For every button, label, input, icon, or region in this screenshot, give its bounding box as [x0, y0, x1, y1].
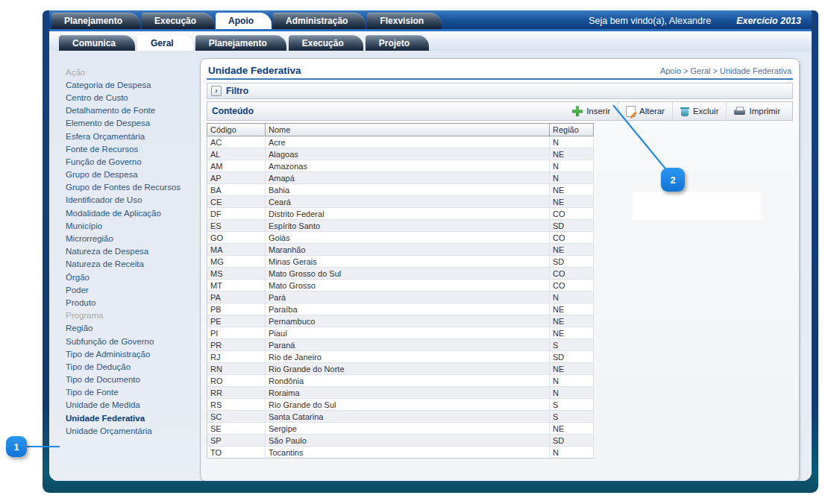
- cell-regiao: N: [550, 160, 594, 172]
- table-row[interactable]: MTMato GrossoCO: [207, 280, 594, 292]
- sidebar-item-microrregiao[interactable]: Microrregião: [66, 232, 197, 245]
- content-label: Conteúdo: [212, 106, 254, 116]
- subtab-comunica[interactable]: Comunica: [59, 35, 135, 51]
- insert-plus-icon: [572, 106, 583, 116]
- table-row[interactable]: RSRio Grande do SulS: [207, 399, 594, 411]
- sidebar-item-elemento-de-despesa[interactable]: Elemento de Despesa: [66, 117, 197, 130]
- sidebar-item-orgao[interactable]: Órgão: [66, 271, 197, 283]
- table-row[interactable]: AMAmazonasN: [207, 160, 594, 172]
- sidebar-item-centro-de-custo[interactable]: Centro de Custo: [66, 91, 197, 104]
- table-row[interactable]: PIPiauíNE: [207, 327, 594, 339]
- subtab-execucao[interactable]: Execução: [289, 35, 363, 51]
- filter-label: Filtro: [226, 86, 248, 96]
- cell-codigo: PI: [207, 327, 266, 339]
- column-header-nome: Nome: [266, 124, 550, 136]
- cell-codigo: AP: [207, 172, 266, 184]
- cell-nome: Espírito Santo: [266, 220, 550, 232]
- table-row[interactable]: ALAlagoasNE: [207, 148, 594, 160]
- states-table: CódigoNomeRegião ACAcreNALAlagoasNEAMAma…: [207, 123, 594, 459]
- cell-codigo: AM: [207, 160, 266, 172]
- table-row[interactable]: SCSanta CatarinaS: [207, 411, 594, 423]
- cell-codigo: SP: [207, 435, 266, 447]
- table-row[interactable]: RJRio de JaneiroSD: [207, 351, 594, 363]
- filter-expand-button[interactable]: ›: [211, 86, 222, 96]
- table-row[interactable]: ACAcreN: [207, 136, 594, 148]
- sidebar-item-fonte-de-recursos[interactable]: Fonte de Recursos: [66, 142, 197, 155]
- sidebar-item-tipo-de-fonte[interactable]: Tipo de Fonte: [66, 386, 197, 399]
- sidebar-item-natureza-de-receita[interactable]: Natureza de Receita: [66, 258, 197, 271]
- subtab-geral[interactable]: Geral: [137, 35, 193, 51]
- table-row[interactable]: RRRoraimaN: [207, 387, 594, 399]
- table-row[interactable]: ESEspírito SantoSD: [207, 220, 594, 232]
- table-row[interactable]: MAMaranhãoNE: [207, 244, 594, 256]
- breadcrumb[interactable]: Apoio > Geral > Unidade Federativa: [660, 66, 791, 76]
- sidebar-item-grupo-de-fontes-de-recursos[interactable]: Grupo de Fontes de Recursos: [66, 181, 197, 194]
- sidebar-item-tipo-de-administracao[interactable]: Tipo de Administração: [66, 347, 197, 360]
- sidebar-item-natureza-de-despesa[interactable]: Natureza de Despesa: [66, 245, 197, 258]
- table-row[interactable]: PRParanáS: [207, 339, 594, 351]
- title-underline: [207, 78, 793, 80]
- sidebar-item-esfera-orcamentaria[interactable]: Esfera Orçamentária: [66, 130, 197, 142]
- screenshot-stage: PlanejamentoExecuçãoApoioAdministraçãoFl…: [0, 0, 828, 504]
- table-row[interactable]: PAParáN: [207, 292, 594, 303]
- table-row[interactable]: MSMato Grosso do SulCO: [207, 268, 594, 280]
- table-row[interactable]: GOGoiásCO: [207, 232, 594, 244]
- sidebar-item-identificador-de-uso[interactable]: Identificador de Uso: [66, 194, 197, 207]
- table-row[interactable]: BABahiaNE: [207, 184, 594, 196]
- cell-regiao: N: [550, 375, 594, 387]
- sidebar-item-tipo-de-documento[interactable]: Tipo de Documento: [66, 374, 197, 386]
- cell-regiao: N: [550, 136, 594, 148]
- excluir-button[interactable]: Excluir: [672, 102, 727, 120]
- table-row[interactable]: RNRio Grande do NorteNE: [207, 363, 594, 375]
- table-row[interactable]: CECearáNE: [207, 196, 594, 208]
- inserir-button[interactable]: Inserir: [565, 102, 618, 120]
- table-row[interactable]: PBParaíbaNE: [207, 303, 594, 315]
- subtab-planejamento[interactable]: Planejamento: [195, 35, 286, 51]
- imprimir-button[interactable]: Imprimir: [726, 102, 788, 120]
- table-row[interactable]: PEPernambucoNE: [207, 315, 594, 327]
- sidebar-item-detalhamento-de-fonte[interactable]: Detalhamento de Fonte: [66, 104, 197, 117]
- tab-planejamento[interactable]: Planejamento: [51, 13, 140, 29]
- sidebar-item-categoria-de-despesa[interactable]: Categoria de Despesa: [66, 78, 197, 91]
- table-row[interactable]: APAmapáN: [207, 172, 594, 184]
- blank-overlay-patch: [633, 192, 761, 220]
- table-row[interactable]: RORondôniaN: [207, 375, 594, 387]
- sidebar-item-regiao[interactable]: Região: [66, 322, 197, 335]
- column-header-regiao: Região: [550, 124, 594, 136]
- cell-codigo: RJ: [207, 351, 266, 363]
- sidebar-item-tipo-de-deducao[interactable]: Tipo de Dedução: [66, 360, 197, 373]
- tab-flexvision[interactable]: Flexvision: [367, 13, 442, 29]
- cell-codigo: BA: [207, 184, 266, 196]
- table-row[interactable]: TOTocantinsN: [207, 447, 594, 459]
- app-window-body: PlanejamentoExecuçãoApoioAdministraçãoFl…: [49, 10, 812, 481]
- sidebar-item-modalidade-de-aplicacao[interactable]: Modalidade de Aplicação: [66, 207, 197, 219]
- cell-nome: Mato Grosso do Sul: [266, 268, 550, 280]
- tab-apoio[interactable]: Apoio: [216, 13, 272, 29]
- sidebar-item-funcao-de-governo[interactable]: Função de Governo: [66, 155, 197, 168]
- tab-execucao[interactable]: Execução: [142, 13, 214, 29]
- table-row[interactable]: SESergipeNE: [207, 423, 594, 435]
- sidebar-item-subfuncao-de-governo[interactable]: Subfunção de Governo: [66, 335, 197, 347]
- tab-administracao[interactable]: Administração: [273, 13, 366, 29]
- sidebar-item-unidade-orcamentaria[interactable]: Unidade Orçamentária: [66, 424, 197, 437]
- sidebar-item-poder[interactable]: Poder: [66, 283, 197, 296]
- cell-codigo: SC: [207, 411, 266, 423]
- table-row[interactable]: MGMinas GeraisSD: [207, 256, 594, 268]
- cell-codigo: PR: [207, 339, 266, 351]
- sidebar-item-grupo-de-despesa[interactable]: Grupo de Despesa: [66, 168, 197, 181]
- cell-nome: Ceará: [266, 196, 550, 208]
- alterar-button[interactable]: Alterar: [618, 102, 672, 120]
- sidebar-item-produto[interactable]: Produto: [66, 296, 197, 309]
- sidebar-item-unidade-federativa[interactable]: Unidade Federativa: [66, 412, 197, 424]
- table-row[interactable]: DFDistrito FederalCO: [207, 208, 594, 220]
- cell-regiao: CO: [550, 268, 594, 280]
- cell-nome: Sergipe: [266, 423, 550, 435]
- subtab-projeto[interactable]: Projeto: [366, 35, 429, 51]
- sidebar-item-municipio[interactable]: Município: [66, 219, 197, 232]
- sidebar-item-unidade-de-medida[interactable]: Unidade de Medida: [66, 399, 197, 412]
- cell-regiao: CO: [550, 232, 594, 244]
- cell-codigo: PE: [207, 315, 266, 327]
- table-row[interactable]: SPSão PauloSD: [207, 435, 594, 447]
- cell-regiao: NE: [550, 244, 594, 256]
- button-label: Alterar: [639, 107, 665, 116]
